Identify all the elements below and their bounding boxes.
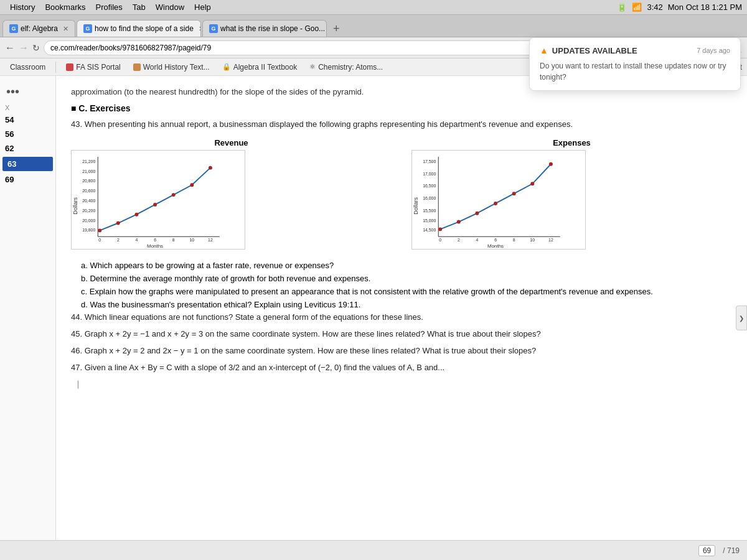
bookmark-worldhistory[interactable]: World History Text... — [128, 62, 215, 73]
svg-point-44 — [438, 228, 442, 231]
bookmark-chemistry[interactable]: ⚛ Chemistry: Atoms... — [304, 62, 388, 73]
svg-point-20 — [116, 222, 120, 225]
svg-text:15,000: 15,000 — [423, 218, 436, 223]
chemistry-icon: ⚛ — [309, 63, 316, 71]
new-tab-button[interactable]: + — [328, 22, 345, 35]
notification-time: 7 days ago — [697, 47, 730, 54]
exercise-43a: a. Which appears to be growing at a fast… — [81, 259, 732, 273]
svg-text:6: 6 — [154, 238, 156, 242]
bookmark-worldhistory-icon — [133, 63, 141, 71]
svg-point-46 — [475, 212, 479, 215]
refresh-button[interactable]: ↻ — [32, 43, 40, 53]
sidebar: ••• X 54 56 62 63 69 — [0, 76, 56, 560]
revenue-chart-svg: Dollars 21,200 21,000 20,800 20,600 20,4… — [71, 150, 245, 250]
menu-tab[interactable]: Tab — [128, 2, 151, 12]
tab-bar: G elf: Algebra ✕ G how to find the slope… — [0, 15, 747, 37]
exercise-43c: c. Explain how the graphs were manipulat… — [81, 286, 732, 299]
svg-text:8: 8 — [172, 238, 175, 242]
current-page-number[interactable]: 69 — [698, 545, 715, 556]
forward-button[interactable]: → — [19, 42, 29, 54]
svg-text:4: 4 — [136, 238, 138, 242]
svg-text:0: 0 — [98, 238, 101, 242]
notification-title: ▲ UPDATES AVAILABLE — [540, 45, 637, 55]
tab-rise[interactable]: G what is the rise in slope - Goo... ✕ — [202, 20, 327, 37]
svg-text:4: 4 — [476, 238, 479, 242]
notification-body: Do you want to restart to install these … — [540, 60, 730, 83]
battery-icon: 🔋 — [617, 2, 627, 12]
expenses-chart-wrapper: Expenses Dollars 17,500 17,000 16,500 16… — [411, 138, 732, 252]
clock: 3:42 — [647, 2, 662, 12]
total-page-count: / 719 — [723, 546, 740, 555]
svg-point-47 — [494, 202, 497, 205]
svg-text:12: 12 — [208, 238, 213, 242]
tab-label-algebra: elf: Algebra — [21, 24, 58, 33]
svg-text:2: 2 — [117, 238, 120, 242]
tab-close-slope[interactable]: ✕ — [199, 25, 201, 33]
tab-algebra[interactable]: G elf: Algebra ✕ — [2, 20, 75, 37]
text-cursor: ⎹ — [71, 380, 78, 389]
menu-profiles[interactable]: Profiles — [90, 2, 127, 12]
svg-text:Dollars: Dollars — [413, 197, 419, 215]
bookmark-fassis-icon — [66, 63, 73, 71]
charts-container: Revenue Dollars 21,200 21,000 20,800 20,… — [71, 138, 732, 252]
svg-text:Dollars: Dollars — [72, 197, 78, 215]
svg-text:16,000: 16,000 — [423, 196, 436, 200]
sidebar-num-62[interactable]: 62 — [0, 141, 55, 156]
svg-point-24 — [190, 184, 194, 187]
sidebar-label-x: X — [0, 103, 55, 113]
menu-help[interactable]: Help — [189, 2, 216, 12]
revenue-chart-title: Revenue — [71, 138, 392, 147]
tab-favicon-slope: G — [83, 24, 92, 33]
exercise-45: 45. Graph x + 2y = −1 and x + 2y = 3 on … — [71, 328, 732, 341]
revenue-chart-wrapper: Revenue Dollars 21,200 21,000 20,800 20,… — [71, 138, 392, 252]
svg-text:17,500: 17,500 — [423, 159, 436, 164]
svg-text:20,800: 20,800 — [82, 179, 95, 184]
svg-text:20,000: 20,000 — [82, 218, 95, 223]
menu-bar: History Bookmarks Profiles Tab Window He… — [0, 0, 747, 15]
back-button[interactable]: ← — [5, 42, 15, 54]
tab-favicon-rise: G — [209, 24, 218, 33]
page-area: approximation (to the nearest hundredth)… — [56, 76, 747, 560]
svg-text:20,400: 20,400 — [82, 198, 95, 203]
lock-icon: 🔒 — [222, 63, 231, 71]
svg-text:20,200: 20,200 — [82, 208, 95, 213]
exercise-43b: b. Determine the average monthly rate of… — [81, 273, 732, 286]
bookmark-algebra[interactable]: 🔒 Algebra II Textbook — [217, 62, 303, 73]
bottom-bar: 69 / 719 — [0, 540, 747, 560]
exercise-44: 44. Which linear equations are not funct… — [71, 311, 732, 324]
svg-text:10: 10 — [530, 238, 535, 242]
bookmark-divider-1 — [55, 62, 56, 73]
exercise-47: 47. Given a line Ax + By = C with a slop… — [71, 362, 732, 375]
bookmark-fassis[interactable]: FA SIS Portal — [61, 62, 125, 73]
exercise-46: 46. Graph x + 2y = 2 and 2x − y = 1 on t… — [71, 345, 732, 358]
svg-text:16,500: 16,500 — [423, 184, 436, 189]
svg-text:12: 12 — [548, 238, 553, 242]
tab-label-slope: how to find the slope of a side — [95, 24, 194, 33]
menu-history[interactable]: History — [5, 2, 40, 12]
svg-text:Months: Months — [147, 243, 163, 249]
svg-text:0: 0 — [439, 238, 441, 242]
sidebar-num-69[interactable]: 69 — [0, 172, 55, 187]
svg-text:2: 2 — [458, 238, 460, 242]
wifi-icon: 📶 — [632, 2, 642, 12]
expenses-chart-svg: Dollars 17,500 17,000 16,500 16,000 15,5… — [411, 150, 586, 250]
svg-point-25 — [209, 166, 212, 170]
sidebar-menu-dots[interactable]: ••• — [0, 81, 55, 103]
expenses-chart-title: Expenses — [411, 138, 732, 147]
sidebar-num-56[interactable]: 56 — [0, 127, 55, 141]
menu-window[interactable]: Window — [151, 2, 189, 12]
update-icon: ▲ — [540, 45, 548, 55]
svg-text:Months: Months — [487, 243, 504, 249]
sidebar-num-54[interactable]: 54 — [0, 113, 55, 127]
svg-text:6: 6 — [494, 238, 497, 242]
menu-bookmarks[interactable]: Bookmarks — [40, 2, 90, 12]
svg-point-19 — [98, 229, 101, 233]
tab-slope[interactable]: G how to find the slope of a side ✕ — [77, 20, 201, 37]
bookmark-classroom[interactable]: Classroom — [5, 62, 50, 73]
svg-point-23 — [172, 193, 176, 197]
tab-favicon-algebra: G — [9, 24, 18, 33]
collapse-button[interactable]: ❯ — [736, 306, 747, 330]
tab-close-algebra[interactable]: ✕ — [63, 25, 68, 33]
sidebar-num-63[interactable]: 63 — [2, 157, 53, 171]
svg-point-21 — [134, 213, 138, 217]
